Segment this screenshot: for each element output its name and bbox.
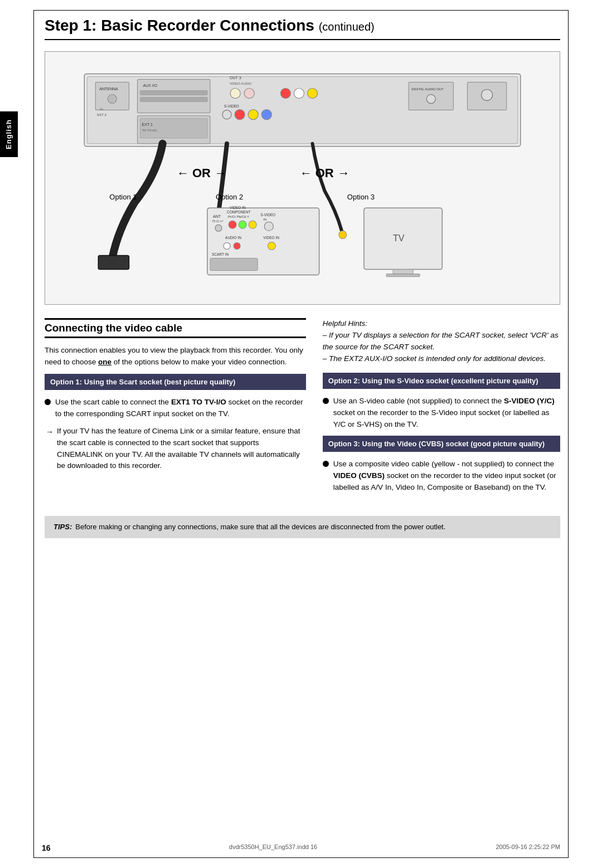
- right-column: Helpful Hints: – If your TV displays a s…: [323, 318, 560, 499]
- svg-text:Pr/Cr  Pb/Cb   Y: Pr/Cr Pb/Cb Y: [228, 215, 249, 218]
- left-column: Connecting the video cable This connecti…: [45, 318, 306, 499]
- svg-point-22: [248, 110, 258, 120]
- diagram-area: ANTENNA G- EXT 2 AUX I/O EXT 1 TO TV-I/O…: [45, 51, 560, 305]
- svg-point-44: [239, 221, 246, 228]
- svg-rect-9: [140, 91, 207, 95]
- svg-text:ANTENNA: ANTENNA: [99, 87, 118, 91]
- svg-point-25: [294, 88, 304, 98]
- option1-box: Option 1: Using the Scart socket (best p…: [45, 374, 306, 390]
- hint2: – The EXT2 AUX-I/O socket is intended on…: [323, 353, 560, 365]
- svg-text:75 Ω ∞°: 75 Ω ∞°: [212, 220, 224, 223]
- svg-point-53: [224, 242, 230, 249]
- page-footer: 16 dvdr5350H_EU_Eng537.indd 16 2005-09-1…: [42, 843, 560, 852]
- svg-point-29: [426, 95, 435, 104]
- svg-text:←  OR  →: ← OR →: [177, 166, 226, 180]
- svg-point-33: [339, 231, 347, 238]
- svg-rect-32: [98, 255, 129, 269]
- intro-text: This connection enables you to view the …: [45, 345, 306, 368]
- option3-bullet1: Use a composite video cable (yellow - no…: [323, 459, 560, 494]
- svg-text:S-VIDEO: S-VIDEO: [224, 104, 239, 108]
- svg-text:EXT 2: EXT 2: [97, 113, 106, 116]
- svg-text:←  OR  →: ← OR →: [299, 166, 349, 180]
- svg-point-20: [222, 110, 231, 119]
- svg-text:EXT 1: EXT 1: [142, 123, 153, 126]
- svg-text:DIGITAL AUDIO OUT: DIGITAL AUDIO OUT: [411, 88, 444, 91]
- svg-point-17: [230, 88, 240, 98]
- tips-text: Before making or changing any connection…: [75, 521, 445, 533]
- svg-text:OUT 3: OUT 3: [230, 76, 241, 80]
- option3-box: Option 3: Using the Video (CVBS) socket …: [323, 436, 560, 452]
- svg-text:S-VIDEO: S-VIDEO: [260, 213, 275, 217]
- svg-point-26: [308, 88, 318, 98]
- svg-point-42: [215, 225, 222, 231]
- svg-text:Option 1: Option 1: [109, 193, 137, 201]
- svg-text:AUX I/O: AUX I/O: [143, 84, 158, 87]
- svg-text:VIDEO  AUDIO: VIDEO AUDIO: [230, 82, 251, 85]
- svg-rect-10: [140, 97, 207, 102]
- page-title: Step 1: Basic Recorder Connections (cont…: [45, 17, 560, 40]
- svg-text:ANT: ANT: [213, 214, 221, 218]
- svg-text:VIDEO IN: VIDEO IN: [230, 206, 246, 209]
- option2-bullet1: Use an S-video cable (not supplied) to c…: [323, 396, 560, 431]
- page-number: 16: [42, 843, 51, 852]
- svg-text:COMPONENT: COMPONENT: [227, 210, 250, 214]
- bullet-icon: [45, 399, 51, 405]
- svg-point-18: [244, 88, 254, 98]
- svg-point-21: [235, 110, 245, 120]
- svg-point-51: [264, 222, 273, 231]
- section-heading: Connecting the video cable: [45, 318, 306, 338]
- svg-point-43: [229, 221, 236, 228]
- svg-text:Option 2: Option 2: [216, 193, 243, 201]
- svg-text:TV: TV: [393, 233, 405, 243]
- option1-bullet1: Use the scart cable to connect the EXT1 …: [45, 397, 306, 420]
- svg-rect-56: [210, 259, 258, 271]
- tips-label: TIPS:: [54, 521, 72, 533]
- svg-point-24: [280, 88, 290, 98]
- svg-rect-62: [386, 274, 420, 277]
- svg-text:SCART IN: SCART IN: [212, 252, 229, 256]
- helpful-hints-title: Helpful Hints:: [323, 318, 560, 330]
- footer-left: dvdr5350H_EU_Eng537.indd 16: [229, 843, 317, 852]
- footer-right: 2005-09-16 2:25:22 PM: [496, 843, 560, 852]
- svg-text:Option 3: Option 3: [347, 193, 375, 201]
- english-tab: English: [0, 111, 18, 157]
- svg-point-45: [249, 221, 256, 228]
- svg-text:VIDEO IN: VIDEO IN: [263, 236, 279, 240]
- bullet-icon: [323, 461, 329, 467]
- svg-text:TO TV-I/O: TO TV-I/O: [142, 129, 158, 132]
- option2-box: Option 2: Using the S-Video socket (exce…: [323, 373, 560, 389]
- helpful-hints: Helpful Hints: – If your TV displays a s…: [323, 318, 560, 365]
- svg-point-4: [108, 95, 116, 104]
- svg-point-54: [234, 242, 240, 249]
- svg-point-58: [268, 242, 275, 250]
- tips-box: TIPS: Before making or changing any conn…: [45, 516, 560, 538]
- option1-arrow-text: → If your TV has the feature of Cinema L…: [45, 426, 306, 472]
- svg-point-31: [482, 89, 493, 100]
- svg-text:IN: IN: [263, 218, 266, 221]
- svg-rect-61: [393, 270, 413, 274]
- svg-text:AUDIO IN: AUDIO IN: [225, 236, 241, 240]
- hint1: – If your TV displays a selection for th…: [323, 330, 560, 353]
- svg-text:G-: G-: [100, 108, 104, 111]
- svg-point-23: [261, 110, 271, 120]
- bullet-icon: [323, 398, 329, 404]
